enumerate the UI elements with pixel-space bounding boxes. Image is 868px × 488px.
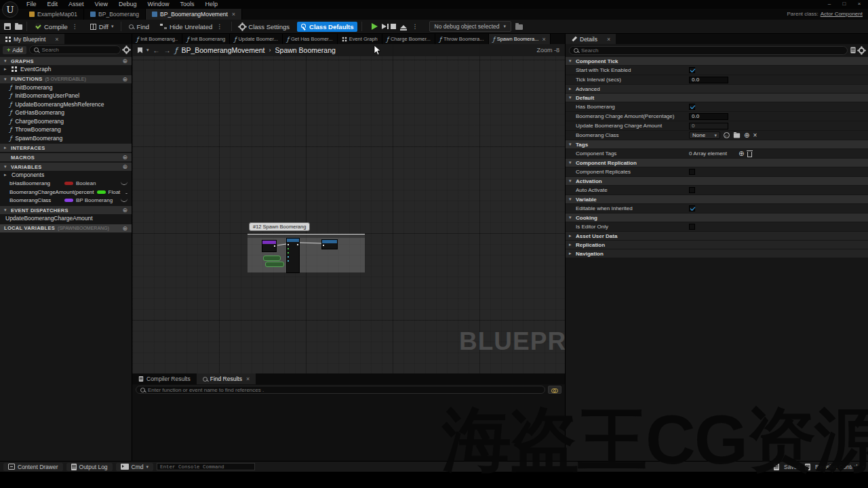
update-charge-input[interactable]	[689, 123, 728, 129]
console-command-input[interactable]	[157, 463, 255, 470]
function-item[interactable]: ƒThrowBoomerang	[0, 125, 132, 134]
variable-item[interactable]: BoomerangClass BP Boomerang	[0, 197, 132, 205]
input-pin[interactable]	[288, 256, 289, 258]
add-function-icon[interactable]: ⊕	[122, 76, 127, 83]
functions-section-header[interactable]: ▾ FUNCTIONS (5 OVERRIDABLE) ⊕	[0, 75, 132, 83]
parent-class-link[interactable]: Actor Component	[821, 11, 863, 17]
menu-file[interactable]: File	[22, 0, 41, 9]
add-element-icon[interactable]: ⊕	[744, 131, 749, 139]
details-search-input[interactable]	[581, 47, 843, 54]
browse-asset-icon[interactable]	[15, 24, 22, 30]
cmd-dropdown[interactable]: Cmd ▾	[116, 463, 153, 471]
tick-interval-input[interactable]	[689, 77, 728, 83]
use-selected-icon[interactable]: ←	[724, 132, 730, 138]
add-macro-icon[interactable]: ⊕	[122, 154, 127, 161]
my-blueprint-search-input[interactable]	[41, 47, 116, 53]
close-icon[interactable]: ×	[607, 36, 610, 43]
browse-debug-icon[interactable]	[515, 24, 523, 30]
minimize-button[interactable]: –	[822, 0, 837, 8]
exec-pin[interactable]	[274, 245, 275, 247]
graph-tab-event-graph[interactable]: Event Graph	[338, 34, 382, 44]
tab-bp-boomerangmovement[interactable]: BP_BoomerangMovement ×	[146, 9, 242, 20]
eject-button[interactable]	[400, 25, 407, 28]
output-log-button[interactable]: Output Log	[66, 463, 113, 471]
variable-item[interactable]: BoomerangChargeAmount(percent Float	[0, 188, 132, 197]
input-pin[interactable]	[288, 248, 289, 249]
back-button[interactable]: ←	[153, 47, 160, 54]
section-cooking[interactable]: ▾ Cooking	[566, 214, 868, 222]
section-replication[interactable]: ▸ Replication	[566, 241, 868, 249]
add-element-icon[interactable]: ⊕	[738, 150, 744, 157]
diff-button[interactable]: Diff ▾	[87, 22, 117, 32]
eye-closed-icon[interactable]	[125, 190, 127, 194]
function-item[interactable]: ƒChargeBoomerang	[0, 117, 132, 126]
variable-get-node[interactable]	[263, 256, 281, 261]
breadcrumb-root[interactable]: BP_BoomerangMovement	[181, 46, 264, 54]
component-replicates-checkbox[interactable]	[689, 169, 695, 175]
auto-activate-checkbox[interactable]	[689, 187, 695, 193]
variable-get-node[interactable]	[265, 262, 284, 267]
content-drawer-button[interactable]: Content Drawer	[3, 463, 63, 471]
browse-icon[interactable]	[734, 133, 740, 138]
comment-node-header[interactable]	[248, 235, 365, 238]
section-default[interactable]: ▾ Default	[566, 94, 868, 102]
breadcrumb-current[interactable]: Spawn Boomerang	[275, 46, 336, 54]
tab-details[interactable]: Details ×	[566, 34, 616, 44]
forward-button[interactable]: →	[164, 47, 171, 54]
play-options-icon[interactable]: ⋮	[411, 23, 420, 30]
variable-item[interactable]: bHasBoomerang Boolean	[0, 180, 132, 188]
section-component-replication[interactable]: ▾ Component Replication	[566, 159, 868, 167]
is-editor-only-checkbox[interactable]	[689, 224, 695, 230]
close-icon[interactable]: ×	[232, 11, 235, 18]
find-references-input[interactable]	[148, 387, 540, 393]
play-button[interactable]	[372, 23, 378, 30]
tab-my-blueprint[interactable]: My Blueprint ×	[0, 34, 64, 44]
add-local-variable-icon[interactable]: ⊕	[122, 225, 127, 232]
tab-bp-boomerang[interactable]: BP_Boomerang	[84, 9, 146, 20]
section-tags[interactable]: ▾ Tags	[566, 140, 868, 148]
variables-section-header[interactable]: ▾ VARIABLES ⊕	[0, 163, 132, 171]
event-dispatchers-section-header[interactable]: ▾ EVENT DISPATCHERS ⊕	[0, 206, 132, 214]
tab-compiler-results[interactable]: Compiler Results	[132, 373, 197, 384]
interfaces-section-header[interactable]: ▸ INTERFACES	[0, 144, 132, 152]
dispatcher-item[interactable]: UpdateBoomerangChargeAmount	[0, 214, 132, 223]
components-group[interactable]: ▸ Components	[0, 171, 132, 180]
graph-tab[interactable]: ƒInit Boomerang	[182, 34, 230, 44]
class-defaults-button[interactable]: Class Defaults	[297, 22, 357, 32]
close-icon[interactable]: ×	[542, 36, 545, 43]
boomerang-class-dropdown[interactable]: None ▾	[689, 131, 720, 139]
graphs-section-header[interactable]: ▾ GRAPHS ⊕	[0, 57, 132, 65]
tab-examplemap01[interactable]: ExampleMap01	[23, 9, 84, 20]
section-component-tick[interactable]: ▾ Component Tick	[566, 57, 868, 65]
compile-options-icon[interactable]: ⋮	[71, 23, 79, 30]
result-node[interactable]	[321, 239, 338, 249]
input-pin[interactable]	[288, 252, 289, 253]
graph-tab[interactable]: ƒUpdate Boomer...	[230, 34, 283, 44]
save-icon[interactable]	[4, 23, 11, 30]
menu-asset[interactable]: Asset	[64, 0, 89, 9]
close-icon[interactable]: ×	[246, 375, 250, 382]
function-item[interactable]: ƒUpdateBoomerangMeshReference	[0, 100, 132, 109]
function-item[interactable]: ƒGetHasBoomerang	[0, 108, 132, 117]
graph-canvas[interactable]: BLUEPRINT #12 Spawn Boomerang	[132, 44, 565, 407]
start-with-tick-checkbox[interactable]	[689, 67, 695, 73]
display-filter-icon[interactable]	[850, 47, 855, 54]
input-pin[interactable]	[288, 260, 289, 262]
eye-closed-icon[interactable]	[121, 182, 127, 185]
exec-pin[interactable]	[323, 245, 324, 246]
debug-object-dropdown[interactable]: No debug object selected ▾	[429, 21, 511, 32]
find-button[interactable]: Find	[125, 22, 152, 32]
class-settings-button[interactable]: Class Settings	[236, 22, 293, 32]
graph-tab[interactable]: ƒCharge Boomer...	[382, 34, 435, 44]
close-button[interactable]: ×	[852, 0, 867, 8]
graph-tab[interactable]: ƒThrow Boomera...	[435, 34, 489, 44]
graph-tab-spawn-boomerang[interactable]: ƒSpawn Boomera...×	[489, 34, 551, 44]
event-node[interactable]	[262, 240, 277, 252]
section-activation[interactable]: ▾ Activation	[566, 177, 868, 185]
compile-button[interactable]: Compile ⋮	[31, 22, 83, 32]
gear-icon[interactable]	[859, 47, 865, 54]
eye-closed-icon[interactable]	[121, 199, 127, 202]
function-item[interactable]: ƒSpawnBoomerang	[0, 134, 132, 143]
bookmark-icon[interactable]	[138, 47, 142, 54]
add-graph-icon[interactable]: ⊕	[122, 58, 127, 64]
